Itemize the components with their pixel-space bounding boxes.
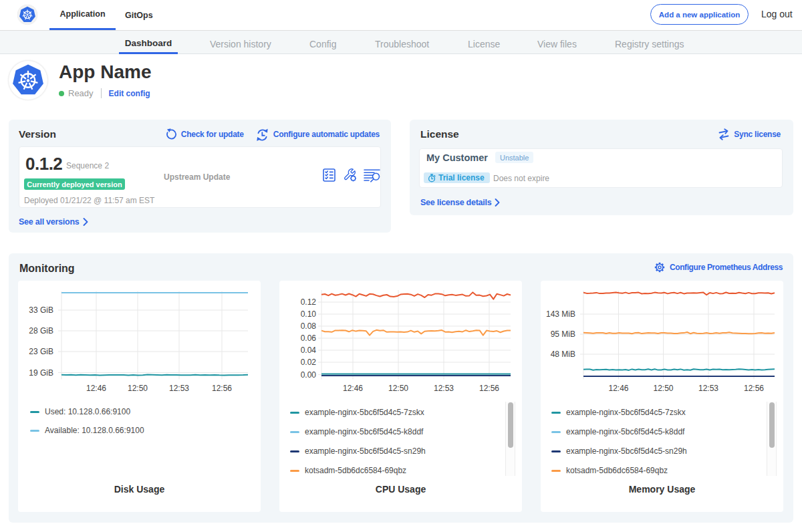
svg-text:33 GiB: 33 GiB <box>29 305 53 315</box>
svg-text:0.12: 0.12 <box>301 297 317 307</box>
svg-text:23 GiB: 23 GiB <box>29 347 53 356</box>
svg-text:0.04: 0.04 <box>301 346 317 355</box>
svg-text:12:46: 12:46 <box>608 384 628 393</box>
svg-text:12:50: 12:50 <box>388 384 408 393</box>
svg-text:0.10: 0.10 <box>301 309 317 319</box>
svg-text:19 GiB: 19 GiB <box>29 368 53 378</box>
svg-text:12:46: 12:46 <box>86 384 106 393</box>
svg-text:12:50: 12:50 <box>128 384 148 393</box>
svg-text:12:56: 12:56 <box>479 384 499 393</box>
svg-text:12:50: 12:50 <box>653 384 673 393</box>
svg-text:12:56: 12:56 <box>744 384 764 393</box>
svg-text:143 MiB: 143 MiB <box>546 309 575 319</box>
svg-text:48 MiB: 48 MiB <box>551 350 575 359</box>
svg-text:12:53: 12:53 <box>698 384 718 393</box>
svg-text:28 GiB: 28 GiB <box>29 326 53 336</box>
svg-text:0.06: 0.06 <box>301 334 317 343</box>
svg-text:12:46: 12:46 <box>343 384 363 393</box>
svg-text:95 MiB: 95 MiB <box>551 329 575 339</box>
svg-text:12:53: 12:53 <box>434 384 454 393</box>
svg-text:12:56: 12:56 <box>212 384 232 393</box>
svg-text:0.00: 0.00 <box>301 370 317 380</box>
svg-text:12:53: 12:53 <box>169 384 189 393</box>
svg-text:0.08: 0.08 <box>301 321 317 331</box>
svg-text:0.02: 0.02 <box>301 358 317 367</box>
